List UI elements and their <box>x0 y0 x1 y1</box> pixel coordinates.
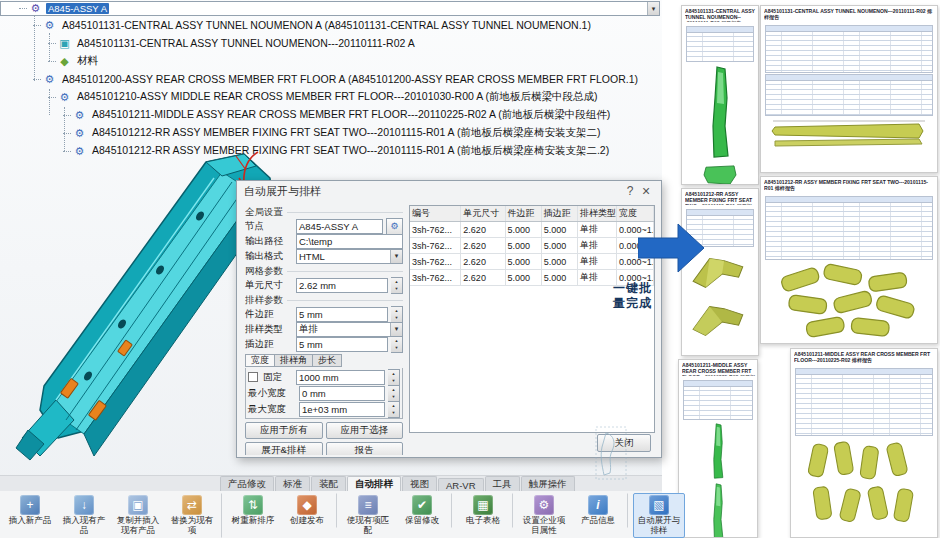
tree-item[interactable]: A845101212-RR ASSY MEMBER FIXING FRT SEA… <box>0 124 660 142</box>
tree-item-icon <box>73 145 86 158</box>
dialog-titlebar[interactable]: 自动展开与排样 <box>237 181 661 201</box>
toolbar-button[interactable]: 插入新产品 <box>4 493 56 528</box>
report-title: A845101212-RR ASSY MEMBER FIXING FRT SEA… <box>764 180 935 192</box>
fixed-width-input[interactable]: 1000 mm <box>296 370 385 385</box>
tree-item[interactable]: A845101200-ASSY REAR CROSS MEMBER FRT FL… <box>0 70 660 88</box>
help-icon[interactable] <box>622 184 638 198</box>
spin-down-icon[interactable] <box>388 393 399 401</box>
report-thumbnail: A845101211-MIDDLE ASSY REAR CROSS MEMBER… <box>678 359 758 538</box>
toolbar-button[interactable]: 使现有项匹配 <box>342 493 394 538</box>
toolbar-button[interactable]: 替换为现有项 <box>166 493 222 538</box>
node-picker-button[interactable] <box>386 218 403 235</box>
toolbar-button-icon <box>473 495 493 515</box>
spin-down-icon[interactable] <box>388 409 399 417</box>
tree-item[interactable]: A845101131-CENTRAL ASSY TUNNEL NOUMENON … <box>0 16 660 34</box>
toolbar-button[interactable]: 保留修改 <box>396 493 452 528</box>
spin-up-icon[interactable] <box>391 337 402 345</box>
spin-up-icon[interactable] <box>388 402 399 410</box>
close-icon[interactable] <box>638 183 654 199</box>
report-button[interactable]: 报告 <box>326 442 404 455</box>
spin-up-icon[interactable] <box>391 278 402 286</box>
ribbon-tab[interactable]: 工具 <box>485 476 520 491</box>
table-row[interactable]: 3sh-762... 2.620 5.000 5.000 单排 0.000~1.… <box>410 222 654 238</box>
table-cell: 3sh-762... <box>410 254 461 269</box>
tree-item[interactable]: A845101212-RR ASSY MEMBER FIXING FRT SEA… <box>0 142 660 160</box>
unit-size-input[interactable]: 2.62 mm <box>296 278 388 293</box>
tree-item[interactable]: A845101211-MIDDLE ASSY REAR CROSS MEMBER… <box>0 106 660 124</box>
fixed-checkbox[interactable] <box>248 372 258 382</box>
table-row[interactable]: 3sh-762... 2.620 5.000 5.000 单排 0.000~1.… <box>410 238 654 254</box>
apply-all-button[interactable]: 应用于所有 <box>245 422 323 439</box>
toolbar-button[interactable]: 插入现有产品 <box>58 493 110 538</box>
dialog-tab[interactable]: 宽度 <box>245 354 274 367</box>
table-cell: 5.000 <box>542 222 578 237</box>
tree-item-label: A845101131-CENTRAL ASSY TUNNEL NOUMENON … <box>60 19 593 31</box>
ribbon-tab[interactable]: 触屏操作 <box>521 476 575 491</box>
max-width-input[interactable]: 1e+03 mm <box>299 402 385 417</box>
toolbar-button[interactable]: 产品信息 <box>572 493 628 528</box>
tree-item[interactable]: A845-ASSY A <box>0 1 660 16</box>
toolbar-button-label: 创建发布 <box>290 516 324 526</box>
unit-size-label: 单元尺寸 <box>245 279 293 292</box>
tree-item[interactable]: A845101210-ASSY MIDDLE REAR CROSS MEMBER… <box>0 88 660 106</box>
spin-down-icon[interactable] <box>391 285 402 293</box>
tree-item-label: A845101212-RR ASSY MEMBER FIXING FRT SEA… <box>90 144 611 158</box>
table-header-cell: 单元尺寸 <box>461 206 505 221</box>
spin-up-icon[interactable] <box>388 386 399 394</box>
tree-item[interactable]: A845101131-CENTRAL ASSY TUNNEL NOUMENON-… <box>0 34 660 52</box>
tree-item-icon <box>58 37 71 50</box>
nest-type-label: 排样类型 <box>245 323 293 336</box>
toolbar-button-label: 替换为现有项 <box>170 516 214 536</box>
tree-item-label: A845101131-CENTRAL ASSY TUNNEL NOUMENON-… <box>75 37 417 49</box>
node-label: 节点 <box>245 220 293 233</box>
table-row[interactable]: 3sh-762... 2.620 5.000 5.000 单排 0.000~1.… <box>410 254 654 270</box>
toolbar-button-icon <box>243 495 263 515</box>
annotation-text: 一键批量完成 <box>613 281 657 311</box>
cross-member-assembly-model <box>16 152 272 460</box>
toolbar-button[interactable]: 自动展开与排样 <box>633 493 685 538</box>
min-width-input[interactable]: 0 mm <box>299 386 385 401</box>
spin-up-icon[interactable] <box>391 307 402 315</box>
node-input[interactable]: A845-ASSY A <box>296 219 383 234</box>
tree-item[interactable]: 材料 <box>0 52 660 70</box>
toolbar-button-label: 设置企业项目属性 <box>522 516 566 536</box>
toolbar-button-label: 产品信息 <box>581 516 615 526</box>
tree-connector <box>19 8 27 9</box>
nest-type-select[interactable]: 单排 <box>296 322 403 337</box>
spin-down-icon[interactable] <box>391 344 402 352</box>
dialog-tab[interactable]: 排样角 <box>274 354 312 367</box>
toolbar-button[interactable]: 设置企业项目属性 <box>518 493 570 538</box>
output-format-select[interactable]: HTML <box>296 249 403 264</box>
fixed-width-spinner <box>388 369 400 386</box>
tree-item-label: A845101200-ASSY REAR CROSS MEMBER FRT FL… <box>60 73 640 85</box>
toolbar-button[interactable]: 树重新排序 <box>227 493 279 528</box>
spec-tree: A845-ASSY A A845101131-CENTRAL ASSY TUNN… <box>0 1 660 171</box>
unfold-nest-button[interactable]: 展开&排样 <box>245 442 323 455</box>
dialog-tab[interactable]: 步长 <box>312 354 342 367</box>
ribbon-tab[interactable]: 产品修改 <box>220 476 274 491</box>
output-path-label: 输出路径 <box>245 235 293 248</box>
ribbon-tab[interactable]: 视图 <box>402 476 437 491</box>
report-table <box>765 74 933 116</box>
tree-item-label: A845101212-RR ASSY MEMBER FIXING FRT SEA… <box>90 126 602 140</box>
toolbar-button[interactable]: 创建发布 <box>281 493 337 528</box>
part-outline-sketch <box>588 425 634 483</box>
ribbon-tab[interactable]: 装配 <box>311 476 346 491</box>
apply-selection-button[interactable]: 应用于选择 <box>326 422 404 439</box>
toolbar-button-icon <box>74 495 94 515</box>
insert-margin-input[interactable]: 5 mm <box>296 337 388 352</box>
output-path-input[interactable]: C:\temp <box>296 234 403 249</box>
ribbon-tab[interactable]: AR-VR <box>438 478 484 491</box>
spin-up-icon[interactable] <box>388 370 399 378</box>
table-cell: 5.000 <box>506 238 542 253</box>
tree-item-icon <box>73 109 86 122</box>
toolbar-button-label: 电子表格 <box>466 516 500 526</box>
ribbon-tab[interactable]: 标准 <box>275 476 310 491</box>
spin-down-icon[interactable] <box>388 377 399 385</box>
spin-down-icon[interactable] <box>391 314 402 322</box>
toolbar-button-icon <box>297 495 317 515</box>
ribbon-tab[interactable]: 自动排样 <box>347 476 401 491</box>
toolbar-button[interactable]: 电子表格 <box>457 493 513 528</box>
part-margin-input[interactable]: 5 mm <box>296 307 388 322</box>
toolbar-button[interactable]: 复制并插入现有产品 <box>112 493 164 538</box>
